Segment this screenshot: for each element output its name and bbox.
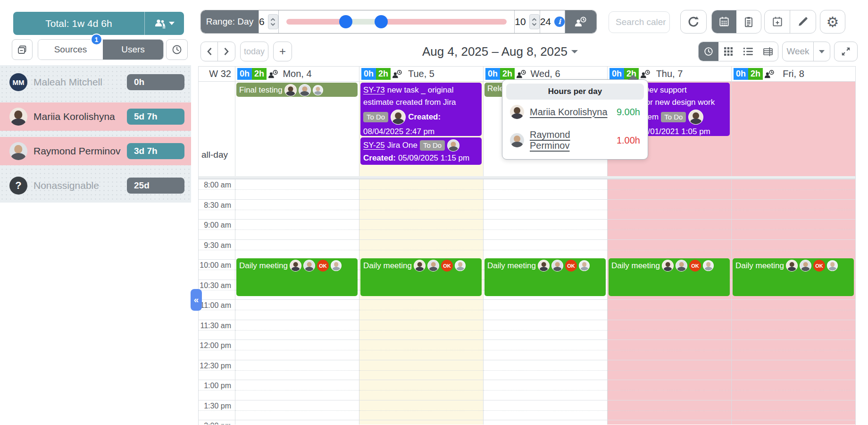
event-title-2: for new design work xyxy=(643,96,715,109)
settings-button[interactable]: ⚙ xyxy=(820,10,845,34)
time-col-fri[interactable]: Daily meeting OK xyxy=(731,179,855,425)
avatar xyxy=(551,260,563,272)
avatar xyxy=(331,260,342,271)
board-view-button[interactable] xyxy=(736,10,761,33)
time-label: 2:00 pm xyxy=(199,420,235,425)
time-col-tue[interactable]: Daily meeting OK xyxy=(359,179,483,425)
next-button[interactable] xyxy=(218,42,235,61)
popup-arrow xyxy=(628,75,638,80)
event-title: Daily meeting xyxy=(735,261,784,271)
search-input[interactable] xyxy=(609,11,670,33)
slider-handle-left[interactable] xyxy=(339,15,352,28)
ok-status-badge: OK xyxy=(689,260,701,272)
user-hours-badge: 0h xyxy=(127,74,184,90)
timeline-view-button[interactable] xyxy=(758,42,778,61)
total-time-bar[interactable]: Total: 1w 4d 6h xyxy=(13,12,184,35)
time-col-mon[interactable]: Daily meeting OK xyxy=(235,179,359,425)
grid-view-button[interactable] xyxy=(718,42,738,61)
user-row-nonassignable[interactable]: ? Nonassignable 25d xyxy=(0,171,191,200)
day-label[interactable]: Thu, 7 xyxy=(608,68,731,79)
add-event-button[interactable] xyxy=(765,10,790,33)
event-sy73[interactable]: SY-73new task _ original estimate create… xyxy=(360,83,482,136)
hours-range-slider[interactable] xyxy=(279,10,515,33)
avatar xyxy=(800,260,811,272)
event-daily-meeting[interactable]: Daily meeting OK xyxy=(733,258,854,296)
issue-key-link[interactable]: SY-73 xyxy=(363,84,385,96)
calendar-view-button[interactable] xyxy=(712,10,736,33)
day-label[interactable]: Wed, 6 xyxy=(484,68,607,79)
event-sy25[interactable]: SY-25 Jira One To Do Created: 05/09/2025… xyxy=(360,137,482,165)
day-label[interactable]: Mon, 4 xyxy=(235,68,359,79)
time-col-wed[interactable]: Daily meeting OK xyxy=(483,179,607,425)
edit-mode-button[interactable] xyxy=(790,10,816,33)
user-row-maleah[interactable]: MM Maleah Mitchell 0h xyxy=(0,68,191,96)
avatar xyxy=(313,85,323,95)
user-link[interactable]: Mariia Korolishyna xyxy=(530,107,611,118)
view-toggle-group xyxy=(698,42,778,61)
allday-gutter: all-day xyxy=(199,82,235,176)
sidebar-collapse-button[interactable]: « xyxy=(191,289,202,311)
list-view-button[interactable] xyxy=(738,42,758,61)
refresh-button[interactable] xyxy=(680,10,707,34)
slider-handle-right[interactable] xyxy=(375,15,388,28)
created-value: 08/04/2025 2:47 pm xyxy=(363,126,434,136)
calendar-icon xyxy=(718,16,730,28)
allday-cell-fri[interactable] xyxy=(731,82,855,176)
chevron-down-icon xyxy=(169,22,175,25)
day-header-fri: 0h2h Fri, 8 xyxy=(731,67,855,81)
event-daily-meeting[interactable]: Daily meeting OK xyxy=(484,258,606,296)
hours-per-day-setting[interactable]: 24 i xyxy=(540,10,565,33)
user-list: MM Maleah Mitchell 0h Mariia Korolishyna… xyxy=(0,65,191,203)
timeline-icon xyxy=(762,46,774,57)
created-value: 05/09/2025 1:15 pm xyxy=(398,152,469,164)
spinner-arrows-icon[interactable] xyxy=(268,14,278,29)
issue-key-link[interactable]: SY-25 xyxy=(363,139,385,152)
status-badge: To Do xyxy=(363,112,388,122)
event-dev-support[interactable]: Dev support for new design work item To … xyxy=(641,83,730,136)
avatar xyxy=(688,110,703,125)
allday-cell-tue[interactable]: SY-73new task _ original estimate create… xyxy=(359,82,483,176)
day-label[interactable]: Tue, 5 xyxy=(359,68,483,79)
hours-per-day-popup: Hours per day Mariia Korolishyna 9.00h R… xyxy=(502,79,648,160)
team-menu-button[interactable] xyxy=(144,12,184,35)
avatar xyxy=(538,260,550,272)
allday-cell-mon[interactable]: Final testing xyxy=(235,82,359,176)
week-selector-label[interactable]: Week xyxy=(783,42,814,61)
event-title: Final testing xyxy=(239,85,283,95)
tab-users[interactable]: Users xyxy=(103,40,163,60)
time-tracking-button[interactable] xyxy=(166,39,188,60)
slider-track[interactable] xyxy=(286,19,507,25)
expand-icon xyxy=(841,46,851,57)
user-row-raymond[interactable]: Raymond Perminov 3d 7h xyxy=(0,137,191,165)
time-gutter: 8:00 am 8:30 am 9:00 am 9:30 am 10:00 am… xyxy=(199,179,235,425)
clock-icon xyxy=(171,44,183,55)
created-value: 9/01/2021 1:05 pm xyxy=(643,126,710,136)
info-icon[interactable]: i xyxy=(554,17,565,27)
add-button[interactable]: + xyxy=(273,42,292,61)
range-mode-label[interactable]: Range: Day xyxy=(201,10,259,33)
time-col-thu[interactable]: Daily meeting OK xyxy=(607,179,731,425)
event-daily-meeting[interactable]: Daily meeting OK xyxy=(609,258,730,296)
date-range-title[interactable]: Aug 4, 2025 – Aug 8, 2025 xyxy=(330,42,670,61)
user-link[interactable]: Raymond Perminov xyxy=(530,129,611,151)
fullscreen-button[interactable] xyxy=(834,42,858,61)
collapse-panel-button[interactable] xyxy=(12,39,33,60)
user-row-mariia[interactable]: Mariia Korolishyna 5d 7h xyxy=(0,102,191,131)
day-label[interactable]: Fri, 8 xyxy=(732,68,855,79)
user-hours-badge: 5d 7h xyxy=(127,109,184,125)
avatar xyxy=(391,110,406,125)
event-daily-meeting[interactable]: Daily meeting OK xyxy=(360,258,482,296)
avatar xyxy=(284,84,297,96)
spinner-arrows-icon[interactable] xyxy=(529,14,540,29)
prev-button[interactable] xyxy=(201,42,218,61)
workload-button[interactable] xyxy=(565,10,596,33)
avatar xyxy=(427,260,439,272)
day-start-spinner[interactable]: 6 xyxy=(259,10,279,33)
day-end-spinner[interactable]: 10 xyxy=(515,10,540,33)
event-daily-meeting[interactable]: Daily meeting OK xyxy=(236,258,358,296)
time-view-button[interactable] xyxy=(699,42,718,61)
event-final-testing[interactable]: Final testing xyxy=(236,83,358,97)
today-button[interactable]: today xyxy=(240,42,268,61)
user-hours-badge: 25d xyxy=(127,178,184,194)
week-selector-caret[interactable] xyxy=(814,42,830,61)
